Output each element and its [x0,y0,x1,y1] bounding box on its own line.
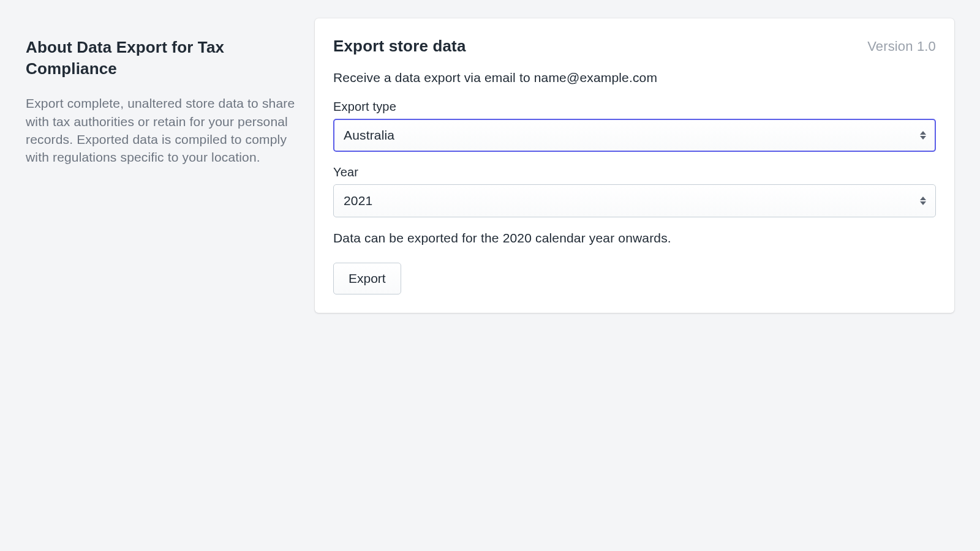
export-button-label: Export [349,271,386,286]
card-description: Receive a data export via email to name@… [333,70,936,85]
export-type-value: Australia [344,128,394,142]
export-type-select[interactable]: Australia [333,119,936,152]
about-sidebar: About Data Export for Tax Compliance Exp… [26,18,296,313]
export-button[interactable]: Export [333,263,401,294]
export-card: Export store data Version 1.0 Receive a … [315,18,954,313]
year-select[interactable]: 2021 [333,184,936,217]
year-value: 2021 [344,193,372,208]
card-title: Export store data [333,37,466,56]
year-label: Year [333,165,936,179]
about-description: Export complete, unaltered store data to… [26,94,296,167]
version-label: Version 1.0 [867,39,936,54]
year-helper-text: Data can be exported for the 2020 calend… [333,231,936,246]
export-type-label: Export type [333,100,936,114]
about-heading: About Data Export for Tax Compliance [26,37,296,80]
